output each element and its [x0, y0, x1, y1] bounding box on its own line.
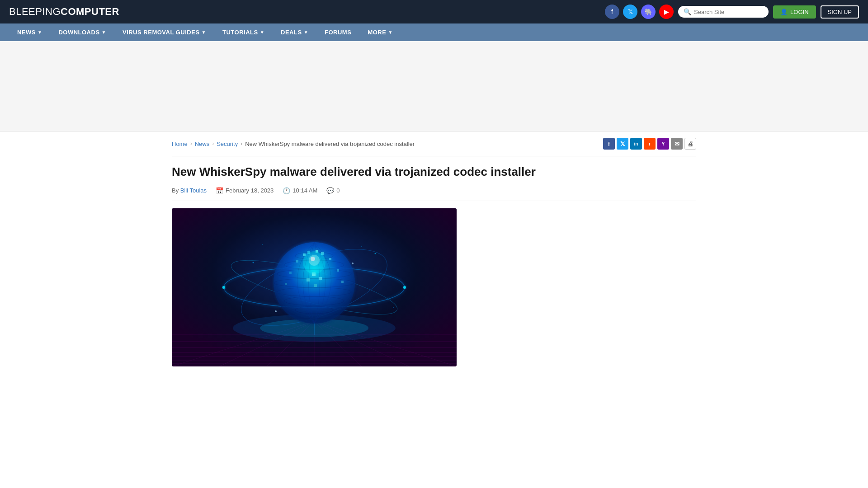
svg-rect-45 [307, 278, 310, 282]
facebook-social-icon[interactable]: f [605, 5, 619, 19]
article-time: 🕐 10:14 AM [283, 187, 317, 194]
svg-point-21 [403, 286, 406, 289]
comment-icon: 💬 [326, 187, 334, 194]
breadcrumb-sep-1: › [190, 141, 192, 147]
svg-point-55 [361, 246, 362, 247]
site-header: BLEEPINGCOMPUTER f 𝕏 🐘 ▶ 🔍 👤 LOGIN SIGN … [0, 0, 868, 23]
svg-point-49 [311, 257, 315, 261]
header-right: f 𝕏 🐘 ▶ 🔍 👤 LOGIN SIGN UP [605, 5, 859, 19]
nav-arrow-downloads: ▼ [102, 30, 106, 35]
svg-point-52 [235, 298, 236, 299]
svg-rect-44 [319, 277, 322, 280]
site-logo[interactable]: BLEEPINGCOMPUTER [9, 6, 119, 18]
nav-item-downloads[interactable]: DOWNLOADS ▼ [50, 23, 114, 41]
nav-arrow-deals: ▼ [304, 30, 308, 35]
logo-bold: COMPUTER [61, 6, 119, 17]
svg-point-22 [222, 286, 225, 289]
search-bar: 🔍 [678, 6, 769, 18]
nav-item-virus-removal[interactable]: VIRUS REMOVAL GUIDES ▼ [114, 23, 214, 41]
article-comments-count: 0 [336, 187, 340, 194]
svg-rect-39 [289, 272, 292, 274]
share-email-button[interactable]: ✉ [671, 138, 683, 150]
breadcrumb: Home › News › Security › New WhiskerSpy … [172, 141, 415, 147]
breadcrumb-row: Home › News › Security › New WhiskerSpy … [172, 131, 696, 156]
login-button[interactable]: 👤 LOGIN [773, 5, 816, 19]
twitter-social-icon[interactable]: 𝕏 [623, 5, 637, 19]
svg-point-51 [375, 253, 376, 254]
login-person-icon: 👤 [780, 9, 788, 15]
by-label: By [172, 187, 179, 194]
article-title: New WhiskerSpy malware delivered via tro… [172, 164, 696, 180]
article-comments[interactable]: 💬 0 [326, 187, 340, 194]
share-yahoo-button[interactable]: Y [657, 138, 669, 150]
breadcrumb-security[interactable]: Security [217, 141, 238, 147]
article-meta: By Bill Toulas 📅 February 18, 2023 🕐 10:… [172, 187, 696, 201]
nav-arrow-virus: ▼ [202, 30, 206, 35]
signup-label: SIGN UP [828, 9, 852, 15]
svg-rect-42 [341, 281, 344, 283]
share-icons-top: f 𝕏 in r Y ✉ 🖨 [603, 138, 696, 150]
share-facebook-button[interactable]: f [603, 138, 615, 150]
breadcrumb-current: New WhiskerSpy malware delivered via tro… [245, 141, 415, 147]
mastodon-social-icon[interactable]: 🐘 [641, 5, 656, 19]
article-date: 📅 February 18, 2023 [216, 187, 274, 194]
nav-item-deals[interactable]: DEALS ▼ [273, 23, 316, 41]
breadcrumb-home[interactable]: Home [172, 141, 188, 147]
ad-banner [0, 41, 868, 131]
article-author: By Bill Toulas [172, 187, 207, 194]
content-wrapper: Home › News › Security › New WhiskerSpy … [163, 131, 705, 366]
share-twitter-button[interactable]: 𝕏 [617, 138, 628, 150]
svg-point-23 [352, 263, 354, 264]
nav-arrow-tutorials: ▼ [260, 30, 264, 35]
logo-light: BLEEPING [9, 6, 61, 17]
breadcrumb-sep-2: › [212, 141, 214, 147]
share-reddit-button[interactable]: r [644, 138, 656, 150]
search-icon: 🔍 [684, 8, 691, 15]
author-link[interactable]: Bill Toulas [180, 187, 207, 194]
nav-item-tutorials[interactable]: TUTORIALS ▼ [214, 23, 273, 41]
nav-arrow-more: ▼ [388, 30, 392, 35]
svg-rect-46 [314, 284, 317, 287]
login-label: LOGIN [790, 9, 808, 15]
nav-item-news[interactable]: NEWS ▼ [9, 23, 50, 41]
hero-svg [172, 208, 457, 366]
calendar-icon: 📅 [216, 187, 223, 194]
article-time-text: 10:14 AM [292, 187, 317, 194]
social-icons: f 𝕏 🐘 ▶ [605, 5, 674, 19]
clock-icon: 🕐 [283, 187, 290, 194]
svg-point-53 [393, 307, 394, 308]
nav-item-more[interactable]: MORE ▼ [359, 23, 401, 41]
share-print-button[interactable]: 🖨 [684, 138, 696, 150]
svg-rect-38 [329, 258, 331, 260]
svg-point-50 [253, 262, 254, 263]
breadcrumb-sep-3: › [241, 141, 242, 147]
article-date-text: February 18, 2023 [226, 187, 274, 194]
nav-arrow-news: ▼ [38, 30, 42, 35]
nav-item-forums[interactable]: FORUMS [316, 23, 359, 41]
svg-rect-37 [296, 260, 298, 263]
svg-rect-41 [285, 283, 287, 285]
signup-button[interactable]: SIGN UP [821, 5, 859, 19]
share-linkedin-button[interactable]: in [630, 138, 642, 150]
main-nav: NEWS ▼ DOWNLOADS ▼ VIRUS REMOVAL GUIDES … [0, 23, 868, 41]
breadcrumb-news[interactable]: News [195, 141, 210, 147]
svg-point-24 [275, 310, 277, 312]
youtube-social-icon[interactable]: ▶ [659, 5, 674, 19]
svg-point-54 [262, 244, 263, 245]
article-hero-image [172, 208, 457, 366]
svg-rect-40 [337, 269, 339, 272]
search-input[interactable] [694, 9, 763, 15]
